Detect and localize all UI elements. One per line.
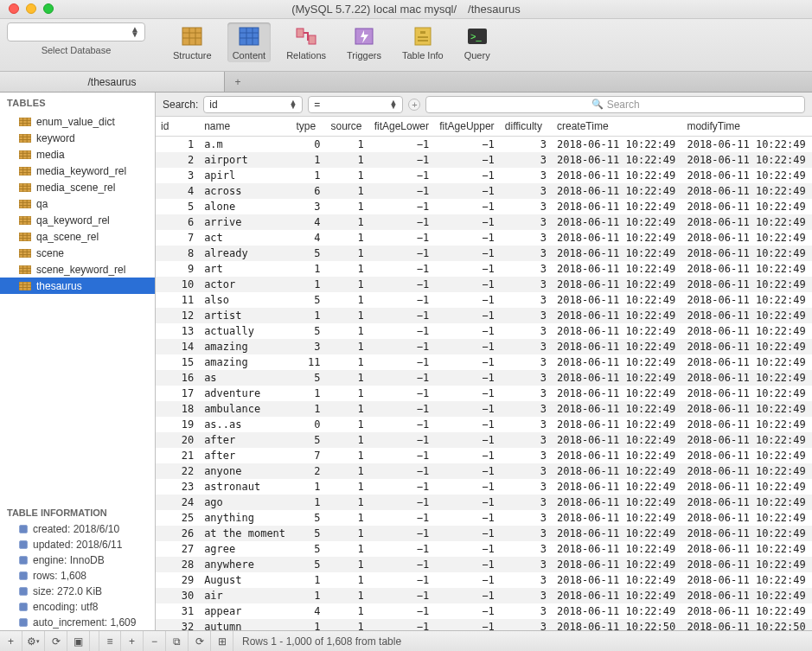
column-header-createTime[interactable]: createTime [552,117,681,137]
column-header-name[interactable]: name [199,117,291,137]
table-row[interactable]: 27agree51−1−132018-06-11 10:22:492018-06… [156,541,812,557]
table-row[interactable]: 3apirl11−1−132018-06-11 10:22:492018-06-… [156,168,812,183]
svg-rect-34 [19,167,31,176]
table-row[interactable]: 29August11−1−132018-06-11 10:22:492018-0… [156,572,812,588]
sidebar-table-qa[interactable]: qa [0,195,155,212]
svg-rect-44 [19,200,31,208]
table-row[interactable]: 6arrive41−1−132018-06-11 10:22:492018-06… [156,214,812,230]
table-row[interactable]: 18ambulance11−1−132018-06-11 10:22:49201… [156,401,812,417]
sidebar-table-thesaurus[interactable]: thesaurus [0,278,155,294]
column-header-fitAgeUpper[interactable]: fitAgeUpper [434,117,500,137]
toolbar: ▲▼ Select Database StructureContentRelat… [0,19,812,73]
search-operator-select[interactable]: = ▲▼ [308,96,403,113]
content-icon [237,24,261,48]
table-row[interactable]: 32autumn11−1−132018-06-11 10:22:502018-0… [156,619,812,630]
column-header-id[interactable]: id [156,117,199,137]
search-field-select[interactable]: id ▲▼ [203,96,303,113]
table-icon [19,233,31,241]
column-header-source[interactable]: source [325,117,368,137]
layout-button[interactable]: ⊞ [211,631,233,651]
database-select[interactable]: ▲▼ [7,22,145,41]
svg-rect-49 [19,216,31,225]
sidebar-table-keyword[interactable]: keyword [0,130,155,146]
toolbar-query-button[interactable]: >_Query [459,22,496,62]
toolbar-structure-button[interactable]: Structure [168,22,217,62]
sidebar-table-qa-keyword-rel[interactable]: qa_keyword_rel [0,212,155,228]
svg-rect-54 [19,233,31,241]
remove-row-button[interactable]: − [144,631,166,651]
add-filter-button[interactable]: + [408,99,420,111]
table-icon [19,150,31,159]
table-row[interactable]: 20after51−1−132018-06-11 10:22:492018-06… [156,432,812,448]
table-info-row: auto_increment: 1,609 [0,615,155,630]
table-row[interactable]: 13actually51−1−132018-06-11 10:22:492018… [156,323,812,339]
add-button[interactable]: + [0,631,22,651]
svg-rect-11 [309,35,316,44]
table-row[interactable]: 10actor11−1−132018-06-11 10:22:492018-06… [156,277,812,292]
table-row[interactable]: 21after71−1−132018-06-11 10:22:492018-06… [156,448,812,463]
column-header-modifyTime[interactable]: modifyTime [681,117,812,137]
database-select-label: Select Database [42,45,112,55]
table-row[interactable]: 9art11−1−132018-06-11 10:22:492018-06-11… [156,261,812,277]
svg-rect-19 [19,118,31,126]
table-info-row: rows: 1,608 [0,568,155,584]
table-info-row: encoding: utf8 [0,599,155,615]
duplicate-row-button[interactable]: ⧉ [166,631,189,651]
table-row[interactable]: 23astronaut11−1−132018-06-11 10:22:49201… [156,479,812,495]
toolbar-relations-button[interactable]: Relations [281,22,331,62]
pane-toggle-button[interactable]: ≡ [99,631,121,651]
table-row[interactable]: 17adventure11−1−132018-06-11 10:22:49201… [156,386,812,401]
window-minimize-button[interactable] [26,3,36,14]
sidebar: TABLES enum_value_dictkeywordmediamedia_… [0,93,156,630]
sidebar-table-qa-scene-rel[interactable]: qa_scene_rel [0,228,155,245]
svg-rect-39 [19,183,31,192]
table-row[interactable]: 14amazing31−1−132018-06-11 10:22:492018-… [156,339,812,354]
sidebar-table-media-scene-rel[interactable]: media_scene_rel [0,179,155,195]
column-header-fitAgeLower[interactable]: fitAgeLower [369,117,435,137]
data-grid[interactable]: idnametypesourcefitAgeLowerfitAgeUpperdi… [156,117,812,630]
add-row-button[interactable]: + [121,631,144,651]
sidebar-table-media-keyword-rel[interactable]: media_keyword_rel [0,163,155,179]
search-input[interactable]: 🔍 Search [425,96,805,113]
refresh-sidebar-button[interactable]: ⟳ [45,631,67,651]
column-header-type[interactable]: type [291,117,325,137]
search-icon: 🔍 [591,99,604,110]
chevron-updown-icon: ▲▼ [131,27,139,37]
toolbar-content-button[interactable]: Content [227,22,272,62]
table-row[interactable]: 31appear41−1−132018-06-11 10:22:492018-0… [156,603,812,619]
table-row[interactable]: 2airport11−1−132018-06-11 10:22:492018-0… [156,152,812,168]
table-row[interactable]: 11also51−1−132018-06-11 10:22:492018-06-… [156,292,812,308]
table-row[interactable]: 26at the moment51−1−132018-06-11 10:22:4… [156,526,812,541]
table-row[interactable]: 24ago11−1−132018-06-11 10:22:492018-06-1… [156,495,812,510]
sidebar-table-scene-keyword-rel[interactable]: scene_keyword_rel [0,261,155,278]
tab-thesaurus[interactable]: /thesaurus [0,72,225,92]
table-info-row: size: 272.0 KiB [0,584,155,599]
window-close-button[interactable] [9,3,19,14]
sidebar-table-media[interactable]: media [0,146,155,163]
table-row[interactable]: 19as..as01−1−132018-06-11 10:22:492018-0… [156,417,812,432]
table-row[interactable]: 15amazing111−1−132018-06-11 10:22:492018… [156,354,812,370]
table-row[interactable]: 12artist11−1−132018-06-11 10:22:492018-0… [156,308,812,323]
toolbar-triggers-button[interactable]: Triggers [342,22,387,62]
gear-button[interactable]: ⚙▾ [22,631,45,651]
column-header-difficulty[interactable]: difficulty [500,117,552,137]
table-row[interactable]: 1a.m01−1−132018-06-11 10:22:492018-06-11… [156,137,812,153]
table-row[interactable]: 28anywhere51−1−132018-06-11 10:22:492018… [156,557,812,572]
sidebar-table-enum-value-dict[interactable]: enum_value_dict [0,113,155,130]
info-icon [19,618,28,627]
table-row[interactable]: 7act41−1−132018-06-11 10:22:492018-06-11… [156,230,812,246]
tab-add-button[interactable]: + [225,72,251,92]
console-toggle-button[interactable]: ▣ [67,631,90,651]
status-bar: + ⚙▾ ⟳ ▣ ≡ + − ⧉ ⟳ ⊞ Rows 1 - 1,000 of 1… [0,630,812,651]
toolbar-tableinfo-button[interactable]: Table Info [397,22,449,62]
table-row[interactable]: 22anyone21−1−132018-06-11 10:22:492018-0… [156,463,812,479]
window-zoom-button[interactable] [43,3,54,14]
table-row[interactable]: 4across61−1−132018-06-11 10:22:492018-06… [156,183,812,199]
table-row[interactable]: 25anything51−1−132018-06-11 10:22:492018… [156,510,812,526]
table-row[interactable]: 16as51−1−132018-06-11 10:22:492018-06-11… [156,370,812,386]
table-row[interactable]: 8already51−1−132018-06-11 10:22:492018-0… [156,246,812,261]
sidebar-table-scene[interactable]: scene [0,245,155,261]
refresh-table-button[interactable]: ⟳ [189,631,211,651]
table-row[interactable]: 30air11−1−132018-06-11 10:22:492018-06-1… [156,588,812,603]
table-row[interactable]: 5alone31−1−132018-06-11 10:22:492018-06-… [156,199,812,214]
